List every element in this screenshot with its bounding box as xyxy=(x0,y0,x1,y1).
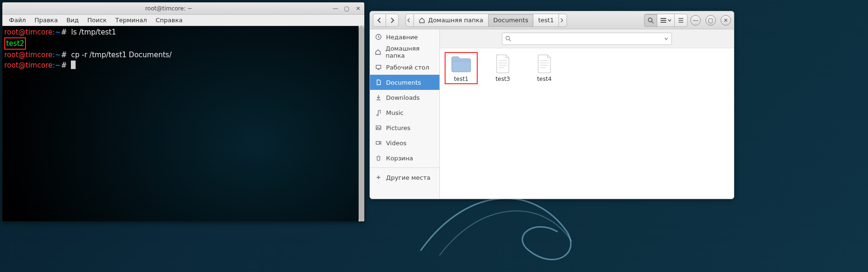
pathbar: Домашняя папка Documents test1 xyxy=(405,14,637,27)
home-icon xyxy=(375,49,381,56)
window-close-button[interactable]: ✕ xyxy=(721,15,731,26)
sidebar-item-pictures[interactable]: Pictures xyxy=(370,120,439,135)
sidebar-item-label: Documents xyxy=(386,79,421,86)
sidebar-item-videos[interactable]: Videos xyxy=(370,135,439,150)
menu-terminal[interactable]: Терминал xyxy=(112,16,151,25)
prompt-user3: root@timcore xyxy=(4,61,52,70)
sidebar-item-label: Downloads xyxy=(386,94,420,101)
svg-point-0 xyxy=(648,18,652,22)
pathbar-next-button[interactable] xyxy=(559,14,567,27)
file-icon xyxy=(491,54,514,74)
list-view-icon xyxy=(660,17,667,24)
file-icon xyxy=(533,54,556,74)
sidebar-item-downloads[interactable]: Downloads xyxy=(370,90,439,105)
close-icon[interactable]: ✕ xyxy=(355,5,361,12)
window-maximize-button[interactable]: ▢ xyxy=(705,15,716,26)
svg-rect-9 xyxy=(376,65,381,69)
nav-back-button[interactable] xyxy=(373,14,386,27)
file-item-folder-test1[interactable]: test1 xyxy=(447,54,476,82)
output-line-1: test2 xyxy=(6,39,24,48)
file-manager-searchbar xyxy=(440,29,734,48)
menu-help[interactable]: Справка xyxy=(152,16,186,25)
download-icon xyxy=(375,94,382,101)
svg-line-15 xyxy=(509,40,511,42)
pathbar-home-label: Домашняя папка xyxy=(428,17,483,24)
file-item-test4[interactable]: test4 xyxy=(530,54,559,82)
clock-icon xyxy=(375,34,382,41)
terminal-body[interactable]: root@timcore:~# ls /tmp/test1 test2 root… xyxy=(2,26,364,221)
prompt-user2: root@timcore xyxy=(4,51,52,59)
svg-rect-2 xyxy=(661,18,666,19)
terminal-scrollbar[interactable] xyxy=(359,26,364,221)
minimize-icon[interactable]: — xyxy=(332,5,339,12)
file-item-label: test4 xyxy=(537,76,552,82)
menu-view[interactable]: Вид xyxy=(62,16,82,25)
file-manager-toolbar: Домашняя папка Documents test1 xyxy=(370,11,734,29)
pathbar-test1-label: test1 xyxy=(538,17,554,24)
terminal-window: root@timcore: ~ — ▢ ✕ Файл Правка Вид По… xyxy=(2,2,365,222)
music-icon xyxy=(375,109,382,116)
sidebar-item-trash[interactable]: Корзина xyxy=(370,150,439,166)
terminal-cursor xyxy=(71,61,76,69)
chevron-down-icon[interactable] xyxy=(664,36,669,41)
sidebar-item-music[interactable]: Music xyxy=(370,105,439,120)
svg-rect-4 xyxy=(661,22,666,23)
file-item-label: test3 xyxy=(496,76,510,82)
plus-icon xyxy=(375,174,382,181)
search-input-container[interactable] xyxy=(502,33,672,45)
prompt-path: ~ xyxy=(55,28,61,36)
search-icon xyxy=(505,35,511,42)
search-button[interactable] xyxy=(644,14,657,27)
sidebar-item-label: Рабочий стол xyxy=(386,64,429,71)
pathbar-documents-label: Documents xyxy=(493,17,528,24)
svg-rect-3 xyxy=(661,20,666,21)
pathbar-prev-button[interactable] xyxy=(405,14,414,27)
sidebar-item-label: Videos xyxy=(386,140,406,147)
document-icon xyxy=(375,79,382,86)
file-manager-window: Домашняя папка Documents test1 xyxy=(370,11,734,199)
sidebar-item-label: Недавние xyxy=(386,34,418,41)
sidebar-item-home[interactable]: Домашняя папка xyxy=(370,44,439,60)
pathbar-documents[interactable]: Documents xyxy=(488,14,533,27)
file-item-label: test1 xyxy=(454,76,469,82)
menu-edit[interactable]: Правка xyxy=(31,16,61,25)
menu-file[interactable]: Файл xyxy=(5,16,30,25)
window-minimize-button[interactable]: — xyxy=(690,15,701,26)
terminal-title: root@timcore: ~ xyxy=(5,5,332,12)
terminal-titlebar[interactable]: root@timcore: ~ — ▢ ✕ xyxy=(2,2,364,15)
file-manager-content[interactable]: test1 test3 test4 xyxy=(440,48,734,199)
prompt-sym1: # xyxy=(61,28,67,36)
sidebar-item-recent[interactable]: Недавние xyxy=(370,29,439,44)
home-icon xyxy=(419,17,425,24)
terminal-menubar: Файл Правка Вид Поиск Терминал Справка xyxy=(2,15,364,26)
hamburger-icon xyxy=(678,17,684,24)
sidebar-item-other-places[interactable]: Другие места xyxy=(370,170,439,185)
desktop-icon xyxy=(375,64,382,71)
svg-rect-13 xyxy=(376,141,379,144)
file-manager-sidebar: Недавние Домашняя папка Рабочий стол Doc… xyxy=(370,29,440,199)
cmd-line-1: ls /tmp/test1 xyxy=(71,28,116,36)
svg-point-14 xyxy=(506,36,510,40)
sidebar-item-documents[interactable]: Documents xyxy=(370,75,439,90)
file-item-test3[interactable]: test3 xyxy=(488,54,517,82)
sidebar-item-label: Pictures xyxy=(386,124,410,132)
prompt-user: root@timcore xyxy=(4,28,52,36)
sidebar-item-desktop[interactable]: Рабочий стол xyxy=(370,60,439,75)
search-input[interactable] xyxy=(514,35,661,42)
pictures-icon xyxy=(375,124,382,132)
nav-forward-button[interactable] xyxy=(386,14,399,27)
sidebar-item-label: Домашняя папка xyxy=(386,45,435,59)
hamburger-menu-button[interactable] xyxy=(674,14,688,27)
sidebar-item-label: Корзина xyxy=(386,155,413,162)
pathbar-test1[interactable]: test1 xyxy=(533,14,559,27)
view-list-button[interactable] xyxy=(657,14,675,27)
sidebar-item-label: Другие места xyxy=(386,174,430,181)
trash-icon xyxy=(375,155,382,162)
maximize-icon[interactable]: ▢ xyxy=(344,5,350,12)
search-icon xyxy=(647,17,654,24)
menu-search[interactable]: Поиск xyxy=(84,16,111,25)
sidebar-separator xyxy=(370,167,439,168)
svg-line-1 xyxy=(652,21,653,23)
pathbar-home[interactable]: Домашняя папка xyxy=(413,14,489,27)
sidebar-item-label: Music xyxy=(386,109,404,116)
